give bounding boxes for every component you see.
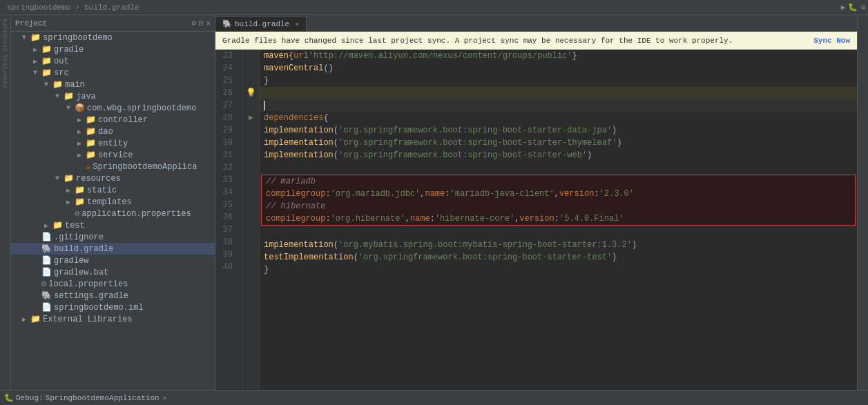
code-line-33: // mariadb (262, 175, 855, 188)
code-line-25: } (260, 75, 857, 87)
tree-label-settingsgradle: settings.gradle (54, 291, 128, 301)
gutter-28[interactable]: ▶ (243, 112, 259, 124)
tree-label-controller: controller (98, 115, 148, 125)
ln-29: 29 (215, 124, 237, 137)
tree-item-dao[interactable]: ▶ 📁 dao (11, 126, 215, 137)
tree-item-springbootdemo[interactable]: ▼ 📁 springbootdemo (11, 32, 215, 43)
ln-28: 28 (215, 112, 237, 124)
editor-tab-buildgradle[interactable]: 🐘 build.gradle ✕ (215, 16, 307, 31)
debug-icon: 🐛 (4, 393, 14, 402)
sidebar-layout-icon[interactable]: ⊟ (199, 19, 204, 28)
package-icon: 📦 (75, 103, 85, 113)
ln-34: 34 (215, 186, 237, 199)
folder-icon-entity: 📁 (86, 138, 96, 148)
tree-item-buildgradle[interactable]: 🐘 build.gradle (11, 243, 215, 255)
tree-label-service: service (98, 150, 133, 160)
tree-item-gradle[interactable]: ▶ 📁 gradle (11, 43, 215, 55)
editor-tab-close[interactable]: ✕ (295, 20, 299, 28)
tree-item-localprops[interactable]: ⚙ local.properties (11, 278, 215, 290)
tree-item-gradlewbat[interactable]: 📄 gradlew.bat (11, 266, 215, 278)
tree-label-iml: springbootdemo.iml (54, 303, 144, 313)
ln-23: 23 (215, 50, 237, 62)
code-line-38: implementation('org.mybatis.spring.boot:… (260, 239, 857, 251)
tree-item-service[interactable]: ▶ 📁 service (11, 149, 215, 161)
file-icon-gradlew: 📄 (41, 255, 52, 266)
folder-icon-java: 📁 (64, 91, 74, 101)
structure-label[interactable]: Structure (2, 18, 9, 52)
project-sidebar: Project ⚙ ⊟ ✕ ▼ 📁 springbootdemo ▶ (11, 15, 215, 390)
code-line-27 (260, 99, 857, 112)
debug-tab-close[interactable]: ✕ (163, 394, 167, 402)
tree-item-package[interactable]: ▼ 📦 com.wbg.springbootdemo (11, 102, 215, 114)
sync-now-button[interactable]: Sync Now (813, 37, 850, 45)
tree-label-appprops: application.properties (81, 209, 191, 219)
tree-item-templates[interactable]: ▶ 📁 templates (11, 196, 215, 208)
code-line-39: testImplementation('org.springframework.… (260, 251, 857, 264)
gutter-29 (243, 124, 259, 137)
sidebar-settings-icon[interactable]: ⚙ (191, 19, 196, 28)
editor-area: 🐘 build.gradle ✕ Gradle files have chang… (215, 15, 857, 390)
lightbulb-icon[interactable]: 💡 (246, 87, 256, 99)
file-icon-gitignore: 📄 (41, 232, 52, 242)
tree-item-external-libraries[interactable]: ▶ 📁 External Libraries (11, 313, 215, 325)
ln-27: 27 (215, 99, 237, 112)
code-line-35: // hibernate (262, 200, 855, 213)
tree-item-main[interactable]: ▼ 📁 main (11, 79, 215, 90)
ln-39: 39 (215, 248, 237, 261)
properties-icon-local: ⚙ (41, 279, 46, 289)
tree-item-static[interactable]: ▶ 📁 static (11, 184, 215, 196)
tree-item-iml[interactable]: 📄 springbootdemo.iml (11, 302, 215, 313)
sidebar-close-icon[interactable]: ✕ (206, 19, 211, 28)
java-icon-app: ☕ (86, 161, 90, 172)
tree-item-controller[interactable]: ▶ 📁 controller (11, 114, 215, 126)
tree-item-test[interactable]: ▶ 📁 test (11, 219, 215, 231)
tree-label-java: java (76, 92, 96, 101)
ln-24: 24 (215, 62, 237, 75)
folder-icon-static: 📁 (75, 185, 85, 195)
tree-item-entity[interactable]: ▶ 📁 entity (11, 137, 215, 149)
tree-label-extlib: External Libraries (43, 315, 133, 324)
tree-item-gradlew[interactable]: 📄 gradlew (11, 255, 215, 266)
tree-label-localprops: local.properties (48, 279, 128, 289)
tree-label-buildgradle: build.gradle (54, 244, 113, 254)
gutter-38 (243, 236, 259, 248)
debug-run-icon[interactable]: 🐛 (848, 3, 858, 12)
tree-item-appprops[interactable]: ⚙ application.properties (11, 208, 215, 219)
tree-label-templates: templates (87, 197, 132, 207)
bottom-bar: 🐛 Debug: SpringbootdemoApplication ✕ (0, 390, 868, 405)
tree-item-resources[interactable]: ▼ 📁 resources (11, 172, 215, 184)
code-content[interactable]: maven{ url 'http://maven.aliyun.com/nexu… (260, 50, 857, 390)
code-line-32 (260, 161, 857, 174)
gutter-30 (243, 137, 259, 149)
run-icon[interactable]: ▶ (841, 3, 846, 12)
ln-31: 31 (215, 149, 237, 161)
favorites-label[interactable]: Favorites (2, 55, 9, 88)
tree-item-out[interactable]: ▶ 📁 out (11, 55, 215, 67)
file-icon-gradlewbat: 📄 (41, 267, 52, 277)
debug-tab[interactable]: 🐛 Debug: SpringbootdemoApplication ✕ (4, 393, 167, 402)
sidebar-header: Project ⚙ ⊟ ✕ (11, 15, 215, 32)
editor-tab-label: build.gradle (235, 20, 289, 28)
folder-icon-extlib: 📁 (30, 314, 41, 324)
tree-item-java[interactable]: ▼ 📁 java (11, 90, 215, 102)
ln-37: 37 (215, 224, 237, 236)
code-line-24: mavenCentral() (260, 62, 857, 75)
gutter-31 (243, 149, 259, 161)
tree-label-main: main (65, 80, 85, 90)
code-line-26 (260, 87, 857, 99)
line-numbers: 23 24 25 26 27 28 29 30 31 32 33 34 35 3… (215, 50, 243, 390)
tree-label-gradle: gradle (54, 45, 84, 55)
code-line-30: implementation('org.springframework.boot… (260, 137, 857, 149)
tree-item-src[interactable]: ▼ 📁 src (11, 67, 215, 79)
run-gutter-icon[interactable]: ▶ (249, 112, 253, 124)
tree-item-springbootdemo-app[interactable]: ☕ SpringbootdemoApplica (11, 161, 215, 172)
tree-label-dao: dao (98, 127, 113, 137)
sidebar-icons: ⚙ ⊟ ✕ (191, 19, 211, 28)
settings-icon[interactable]: ⚙ (860, 3, 865, 12)
ln-36: 36 (215, 211, 237, 224)
folder-icon-controller: 📁 (86, 115, 96, 125)
tree-item-gitignore[interactable]: 📄 .gitignore (11, 231, 215, 243)
tree-label-package: com.wbg.springbootdemo (87, 103, 196, 113)
tree-item-settingsgradle[interactable]: 🐘 settings.gradle (11, 290, 215, 302)
gutter-33 (243, 174, 259, 186)
